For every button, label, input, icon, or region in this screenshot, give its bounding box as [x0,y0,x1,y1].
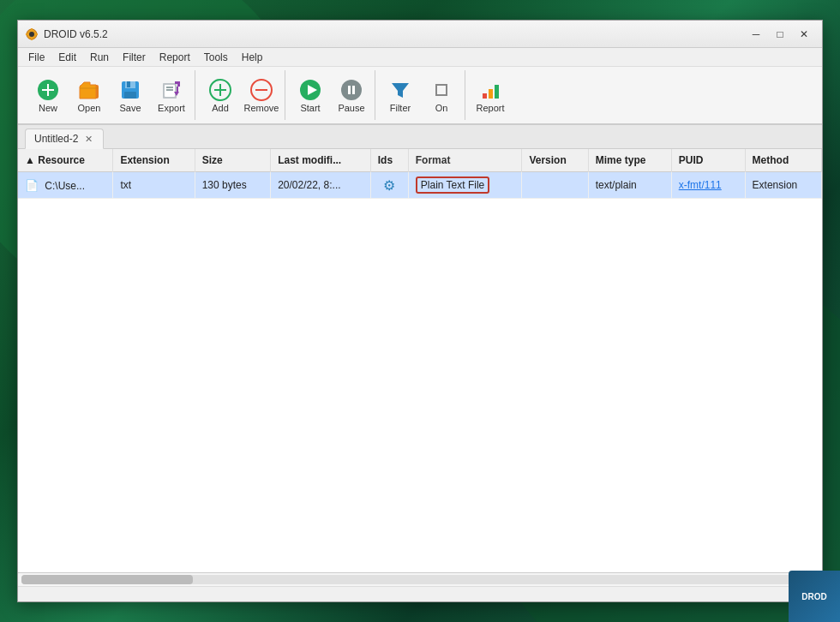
add-label: Add [212,104,229,113]
svg-point-1 [29,32,34,37]
start-icon [298,78,322,102]
menu-file[interactable]: File [21,50,51,65]
maximize-button[interactable]: □ [769,26,791,43]
save-icon [118,78,142,102]
menu-help[interactable]: Help [235,50,270,65]
col-last-modified[interactable]: Last modifi... [271,149,371,172]
svg-rect-3 [31,38,33,40]
format-highlight: Plain Text File [416,176,489,194]
cell-resource: 📄 C:\Use... [18,172,113,199]
cell-size: 130 bytes [195,172,270,199]
puid-link[interactable]: x-fmt/111 [679,179,722,191]
svg-rect-33 [483,93,487,99]
col-resource[interactable]: ▲ Resource [18,149,113,172]
svg-marker-31 [392,83,409,98]
col-extension[interactable]: Extension [113,149,195,172]
menu-tools[interactable]: Tools [197,50,235,65]
col-method[interactable]: Method [745,149,821,172]
svg-rect-8 [42,89,54,91]
tab-label: Untitled-2 [34,133,78,145]
open-label: Open [78,104,101,113]
table-row[interactable]: 📄 C:\Use... txt 130 bytes 20/02/22, 8:..… [18,172,822,199]
tab-bar: Untitled-2 ✕ [18,125,822,149]
toolbar-group-report: Report [467,70,513,120]
cell-puid: x-fmt/111 [671,172,745,199]
cell-mime-type: text/plain [588,172,671,199]
cell-last-modified: 20/02/22, 8:... [271,172,371,199]
main-content: ▲ Resource Extension Size Last modifi...… [18,149,822,601]
export-button[interactable]: Export [152,73,191,117]
col-ids[interactable]: Ids [370,149,408,172]
new-button[interactable]: New [28,73,68,117]
report-button[interactable]: Report [471,73,510,117]
add-icon [208,78,232,102]
svg-rect-13 [124,92,136,99]
col-mime-type[interactable]: Mime type [588,149,671,172]
col-format[interactable]: Format [408,149,522,172]
horizontal-scrollbar[interactable] [18,572,822,586]
col-size[interactable]: Size [195,149,270,172]
tab-close-button[interactable]: ✕ [83,134,94,145]
col-version[interactable]: Version [522,149,588,172]
svg-rect-32 [436,85,447,95]
report-label: Report [476,104,504,113]
file-icon: 📄 [25,179,39,192]
ids-gear-icon: ⚙ [378,177,401,194]
cell-version [522,172,588,199]
minimize-button[interactable]: ─ [745,26,767,43]
open-icon [77,78,101,102]
toolbar-group-items: Add Remove [197,70,285,120]
svg-rect-4 [26,33,28,35]
close-button[interactable]: ✕ [793,26,815,43]
new-label: New [39,104,57,113]
menu-report[interactable]: Report [153,50,197,65]
toolbar: New Open [18,67,822,125]
open-button[interactable]: Open [69,73,109,117]
results-table: ▲ Resource Extension Size Last modifi...… [18,149,822,199]
svg-point-28 [341,80,362,100]
cell-method: Extension [745,172,821,199]
pause-button[interactable]: Pause [332,73,371,117]
svg-rect-30 [352,86,355,94]
remove-icon [249,78,273,102]
svg-rect-34 [489,89,493,99]
app-icon [25,27,39,41]
svg-rect-23 [214,89,226,91]
add-button[interactable]: Add [201,73,240,117]
export-icon [159,78,183,102]
pause-icon [339,78,363,102]
toolbar-group-run: Start Pause [287,70,375,120]
svg-rect-17 [166,89,173,91]
svg-rect-2 [31,28,33,31]
start-button[interactable]: Start [291,73,330,117]
svg-rect-16 [166,87,173,88]
menu-filter[interactable]: Filter [116,50,153,65]
svg-rect-25 [255,89,267,91]
cell-ids: ⚙ [370,172,408,199]
title-bar: DROID v6.5.2 ─ □ ✕ [18,21,822,48]
scrollbar-thumb[interactable] [21,575,193,584]
tab-untitled-2[interactable]: Untitled-2 ✕ [25,129,104,149]
sort-indicator: ▲ [25,154,38,166]
svg-rect-5 [35,33,38,35]
filter-label: Filter [390,104,411,113]
window-title: DROID v6.5.2 [44,28,745,40]
menu-run[interactable]: Run [83,50,116,65]
pause-label: Pause [338,104,364,113]
menu-bar: File Edit Run Filter Report Tools Help [18,48,822,67]
svg-rect-35 [495,85,499,99]
droid-watermark: DROD [789,571,840,622]
export-label: Export [158,104,185,113]
on-button[interactable]: On [422,73,461,117]
menu-edit[interactable]: Edit [51,50,83,65]
remove-label: Remove [244,104,279,113]
start-label: Start [300,104,320,113]
col-puid[interactable]: PUID [671,149,745,172]
new-icon [36,78,60,102]
main-window: DROID v6.5.2 ─ □ ✕ File Edit Run Filter … [17,20,823,602]
save-button[interactable]: Save [111,73,150,117]
filter-button[interactable]: Filter [381,73,420,117]
scrollbar-track [21,575,819,584]
on-label: On [435,104,448,113]
remove-button[interactable]: Remove [242,73,281,117]
